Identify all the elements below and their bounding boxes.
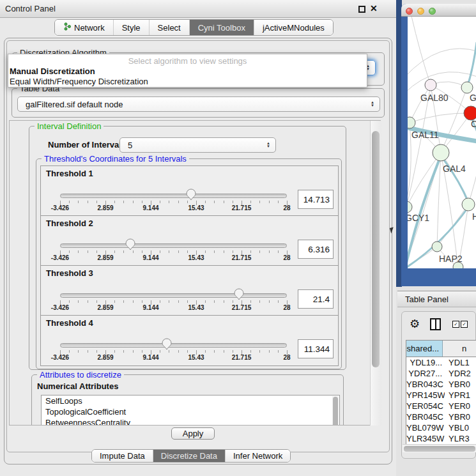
tick-mark: [88, 300, 88, 303]
attributes-list-scrollbar[interactable]: [332, 396, 339, 426]
tab-discretize-data[interactable]: Discretize Data: [153, 450, 225, 462]
bottom-tab-strip: Impute DataDiscretize DataInfer Network: [91, 449, 291, 463]
threshold-value-field[interactable]: 6.316: [298, 240, 334, 259]
tick-mark: [178, 201, 179, 203]
popup-prompt: Select algorithm to view settings: [8, 56, 367, 66]
popup-item-manual-discretization[interactable]: Manual Discretization: [10, 66, 95, 77]
network-node-hap2[interactable]: [432, 242, 442, 252]
table-row[interactable]: YDR27...YDR2: [406, 368, 476, 379]
threshold-value-field[interactable]: 14.713: [298, 190, 334, 209]
close-icon[interactable]: ✕: [370, 3, 378, 13]
tab-network[interactable]: Network: [55, 20, 113, 35]
network-window-titlebar[interactable]: [401, 4, 476, 17]
slider-track[interactable]: [60, 343, 287, 348]
table-row[interactable]: YER054CYER0: [406, 401, 476, 411]
tick-label: 21.715: [232, 304, 252, 311]
threshold-label: Threshold 1: [46, 169, 93, 178]
tick-mark: [224, 350, 224, 353]
horizontal-scrollbar-thumb[interactable]: [404, 446, 475, 452]
cell-shared-name: YDR27...: [406, 368, 445, 379]
float-window-icon[interactable]: [358, 6, 365, 13]
slider-track[interactable]: [60, 293, 287, 298]
cell-shared-name: YBR045C: [406, 411, 445, 422]
tick-mark: [96, 201, 97, 203]
table-row[interactable]: YBR045CYBR0: [406, 411, 476, 422]
zoom-light[interactable]: [429, 8, 436, 15]
network-node-c[interactable]: [464, 106, 476, 120]
threshold-value-field[interactable]: 21.4: [298, 289, 334, 309]
network-edge[interactable]: [411, 17, 431, 85]
tab-impute-data[interactable]: Impute Data: [92, 450, 153, 462]
threshold-value-field[interactable]: 11.344: [298, 339, 334, 358]
close-light[interactable]: [406, 8, 413, 15]
checkbox-icon[interactable]: ✓: [452, 321, 459, 328]
network-view-window[interactable]: GAL80GCGAL11GAL4GCY1HHAP2: [401, 4, 476, 286]
network-node-gal4[interactable]: [433, 144, 449, 161]
node-label: GAL11: [411, 130, 439, 140]
column-header-name[interactable]: n: [443, 341, 476, 357]
table-row[interactable]: YBR043CYBR0: [406, 379, 476, 390]
settings-scroll-viewport: Interval Definition Number of Intervals …: [9, 120, 381, 426]
tick-mark: [205, 250, 206, 253]
checkbox-icon[interactable]: ✓: [461, 321, 468, 328]
tick-label: 2.859: [97, 204, 113, 211]
tick-mark: [269, 201, 270, 203]
cell-shared-name: YPR145W: [406, 390, 445, 401]
node-label: GCY1: [408, 213, 429, 223]
tick-mark: [178, 350, 179, 353]
slider-thumb[interactable]: [234, 288, 244, 300]
network-node-g[interactable]: [461, 82, 473, 93]
tick-mark: [205, 201, 206, 203]
table-panel-title: Table Panel: [405, 295, 449, 304]
slider-track[interactable]: [60, 243, 287, 248]
network-edge[interactable]: [410, 113, 471, 123]
tick-mark: [160, 300, 160, 303]
tick-mark: [160, 350, 160, 353]
gear-icon[interactable]: ⚙: [410, 317, 420, 331]
vertical-scrollbar-thumb[interactable]: [372, 131, 380, 367]
column-header-shared-name[interactable]: shared...: [406, 341, 443, 357]
slider-thumb[interactable]: [186, 188, 196, 201]
thresholds-group: Threshold's Coordinates for 5 Intervals …: [36, 158, 342, 369]
threshold-panel-4: Threshold 4-3.4262.8599.14415.4321.71528…: [41, 316, 338, 365]
popup-item-equal-width-frequency[interactable]: Equal Width/Frequency Discretization: [10, 77, 148, 87]
table-row[interactable]: YPR145WYPR1: [406, 390, 476, 401]
number-of-intervals-value: 5: [128, 141, 132, 150]
attribute-list-item[interactable]: TopologicalCoefficient: [42, 406, 339, 417]
table-rows: YDL19...YDL1YDR27...YDR2YBR043CYBR0YPR14…: [406, 357, 476, 445]
node-label: GAL80: [420, 93, 449, 103]
network-node-gcy1[interactable]: [408, 201, 412, 213]
slider-track[interactable]: [60, 194, 287, 198]
attribute-list-item[interactable]: SelfLoops: [42, 395, 339, 406]
table-row[interactable]: YBL079WYBL0: [406, 422, 476, 433]
table-row[interactable]: YLR345WYLR3: [406, 433, 476, 444]
number-of-intervals-combobox[interactable]: 5 ▲▼: [119, 137, 276, 153]
tab-select[interactable]: Select: [149, 20, 189, 35]
table-data-combobox[interactable]: galFiltered.sif default node ▲▼: [17, 96, 380, 112]
mouse-cursor: [390, 227, 395, 233]
network-node-h[interactable]: [462, 198, 475, 211]
slider-thumb[interactable]: [162, 338, 172, 350]
network-canvas[interactable]: GAL80GCGAL11GAL4GCY1HHAP2: [408, 17, 476, 268]
attributes-list[interactable]: SelfLoopsTopologicalCoefficientBetweenne…: [41, 395, 340, 426]
slider-thumb[interactable]: [125, 238, 135, 250]
split-column-icon[interactable]: [430, 318, 441, 330]
combo-stepper-icon[interactable]: ▲▼: [371, 101, 374, 107]
threshold-label: Threshold 4: [46, 318, 93, 328]
tick-mark: [69, 201, 70, 203]
tab-cyni-toolbox[interactable]: Cyni Toolbox: [189, 20, 254, 35]
tab-infer-network[interactable]: Infer Network: [225, 450, 290, 462]
minimize-light[interactable]: [417, 8, 424, 15]
tab-style[interactable]: Style: [113, 20, 149, 35]
table-row[interactable]: YDL19...YDL1: [406, 357, 476, 368]
tick-mark: [233, 350, 233, 353]
apply-button[interactable]: Apply: [171, 427, 215, 440]
horizontal-scrollbar-track[interactable]: [403, 444, 476, 452]
attribute-list-item[interactable]: BetweennessCentrality: [42, 417, 339, 426]
tick-label: -3.426: [51, 304, 69, 311]
combo-stepper-icon[interactable]: ▲▼: [266, 142, 270, 148]
tick-mark: [142, 350, 142, 353]
tick-label: 28: [283, 254, 290, 261]
tab-jactivemnodules[interactable]: jActiveMNodules: [254, 20, 333, 35]
network-node-gal80[interactable]: [425, 79, 436, 91]
